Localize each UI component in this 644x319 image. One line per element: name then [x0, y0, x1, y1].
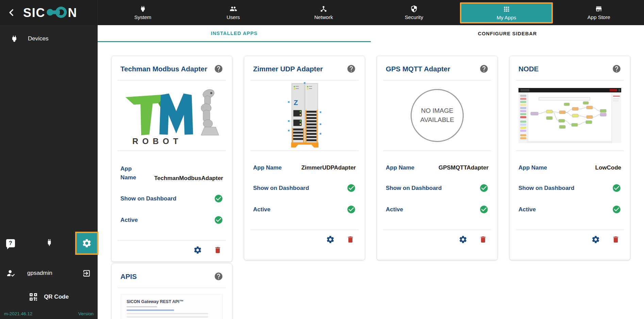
- show-on-dashboard-label: Show on Dashboard: [253, 185, 309, 192]
- delete-icon[interactable]: [346, 235, 354, 244]
- app-card-zimmer: Zimmer UDP Adapter Z: [244, 56, 365, 260]
- check-circle-icon: [612, 183, 621, 193]
- help-icon[interactable]: [214, 64, 223, 73]
- active-row: Active: [386, 205, 489, 214]
- logout-icon[interactable]: [82, 269, 91, 278]
- app-name-label: App Name: [253, 164, 282, 171]
- version-value: m-2021.46.12: [4, 311, 32, 316]
- app-name-label: App Name: [386, 164, 414, 171]
- settings-icon[interactable]: [193, 246, 202, 254]
- app-name-value: ZimmerUDPAdapter: [301, 164, 356, 171]
- nav-item-security[interactable]: Security: [369, 0, 459, 25]
- rest-api-doc-heading: SICON Gateway REST API™: [127, 299, 217, 304]
- no-image-circle: NO IMAGE AVAILABLE: [411, 89, 464, 142]
- check-circle-icon: [347, 183, 356, 193]
- delete-icon[interactable]: [479, 235, 487, 244]
- qr-code-label: QR Code: [44, 294, 69, 300]
- app-image-node-red-flow: [510, 81, 630, 150]
- app-name-row: App Name ZimmerUDPAdapter: [253, 164, 356, 171]
- tab-installed-apps[interactable]: INSTALLED APPS: [98, 25, 371, 42]
- zimmer-logo-glyph: Z: [294, 99, 298, 106]
- sidebar-item-devices[interactable]: Devices: [0, 25, 98, 43]
- nav-item-app-store[interactable]: App Store: [554, 0, 644, 25]
- no-image-text: NO IMAGE AVAILABLE: [417, 106, 458, 124]
- show-on-dashboard-row: Show on Dashboard: [120, 194, 223, 203]
- user-row: gpsadmin: [0, 269, 98, 278]
- app-name-row: App Name GPSMQTTAdapter: [386, 164, 489, 171]
- logo-text-left: SIC: [23, 6, 45, 20]
- nav-item-system[interactable]: System: [98, 0, 188, 25]
- check-circle-icon: [214, 215, 223, 225]
- nav-label: My Apps: [497, 15, 516, 20]
- apps-grid-icon: [503, 5, 510, 13]
- tab-configure-sidebar[interactable]: CONFIGURE SIDEBAR: [371, 25, 644, 42]
- card-title: APIS: [120, 272, 137, 281]
- version-label: Version: [78, 311, 94, 316]
- top-navigation-bar: SIC N System Users Network: [0, 0, 644, 25]
- delete-icon[interactable]: [612, 235, 620, 244]
- help-icon[interactable]: [214, 272, 223, 281]
- nav-item-my-apps[interactable]: My Apps: [460, 2, 553, 23]
- qr-code-row[interactable]: QR Code: [0, 293, 98, 301]
- app-name-row: App Name LowCode: [518, 164, 621, 171]
- help-icon[interactable]: [479, 64, 489, 73]
- version-row: m-2021.46.12 Version: [0, 311, 98, 316]
- sidebar-settings-button[interactable]: [75, 232, 98, 255]
- nav-label: System: [134, 14, 151, 20]
- app-image-rest-api-doc: SICON Gateway REST API™: [121, 294, 223, 319]
- help-icon[interactable]: [612, 64, 621, 73]
- app-name-label: App Name: [120, 164, 145, 182]
- nav-label: App Store: [588, 14, 610, 20]
- users-icon: [230, 5, 237, 13]
- app-card-apis: APIS SICON Gateway REST API™: [112, 264, 232, 319]
- settings-icon[interactable]: [591, 235, 600, 244]
- app-card-gps-mqtt: GPS MQTT Adapter NO IMAGE AVAILABLE App …: [377, 56, 497, 260]
- app-cards-row-1: Techman Modbus Adapter ROBOT: [112, 56, 630, 262]
- doc-placeholder-line: [127, 306, 157, 307]
- help-bubble-icon[interactable]: ?: [6, 239, 15, 247]
- app-name-row: App Name TechmanModbusAdapter: [120, 164, 223, 182]
- show-on-dashboard-row: Show on Dashboard: [253, 183, 356, 193]
- check-circle-icon: [347, 205, 356, 214]
- active-label: Active: [120, 217, 138, 224]
- delete-icon[interactable]: [214, 246, 222, 254]
- active-row: Active: [253, 205, 356, 214]
- active-row: Active: [120, 215, 223, 225]
- person-check-icon: [7, 269, 16, 278]
- settings-icon[interactable]: [459, 235, 467, 244]
- nav-label: Network: [314, 14, 333, 20]
- nav-item-users[interactable]: Users: [188, 0, 279, 25]
- check-circle-icon: [612, 205, 621, 214]
- app-name-value: LowCode: [595, 164, 622, 171]
- username: gpsadmin: [27, 270, 82, 277]
- tm-robot-caption: ROBOT: [132, 137, 182, 146]
- main-content: INSTALLED APPS CONFIGURE SIDEBAR Techman…: [98, 25, 644, 319]
- top-nav-items: System Users Network Security My Apps: [98, 0, 644, 25]
- sidebar: Devices ? gpsadmin: [0, 25, 98, 319]
- usb-plug-icon[interactable]: [45, 238, 54, 248]
- app-name-value: TechmanModbusAdapter: [154, 175, 223, 182]
- help-icon[interactable]: [347, 64, 356, 73]
- active-label: Active: [386, 206, 403, 213]
- shield-icon: [410, 5, 418, 13]
- settings-icon[interactable]: [326, 235, 335, 244]
- show-on-dashboard-row: Show on Dashboard: [518, 183, 621, 193]
- app-card-node: NODE: [510, 56, 630, 260]
- chevron-left-icon: [7, 8, 16, 17]
- sicon-logo: SIC N: [23, 5, 84, 20]
- brand-zone: SIC N: [0, 0, 98, 25]
- check-circle-icon: [214, 194, 223, 203]
- app-name-label: App Name: [518, 164, 547, 171]
- active-label: Active: [518, 206, 536, 213]
- show-on-dashboard-row: Show on Dashboard: [386, 183, 489, 193]
- show-on-dashboard-label: Show on Dashboard: [518, 185, 574, 192]
- show-on-dashboard-label: Show on Dashboard: [120, 195, 176, 202]
- nav-label: Security: [405, 14, 423, 20]
- sidebar-item-label: Devices: [28, 35, 48, 42]
- logo-text-right: N: [68, 6, 77, 20]
- back-button[interactable]: [5, 6, 18, 19]
- app-name-value: GPSMQTTAdapter: [439, 164, 489, 171]
- nav-item-network[interactable]: Network: [278, 0, 369, 25]
- doc-placeholder-line: [127, 316, 208, 318]
- check-circle-icon: [479, 183, 489, 193]
